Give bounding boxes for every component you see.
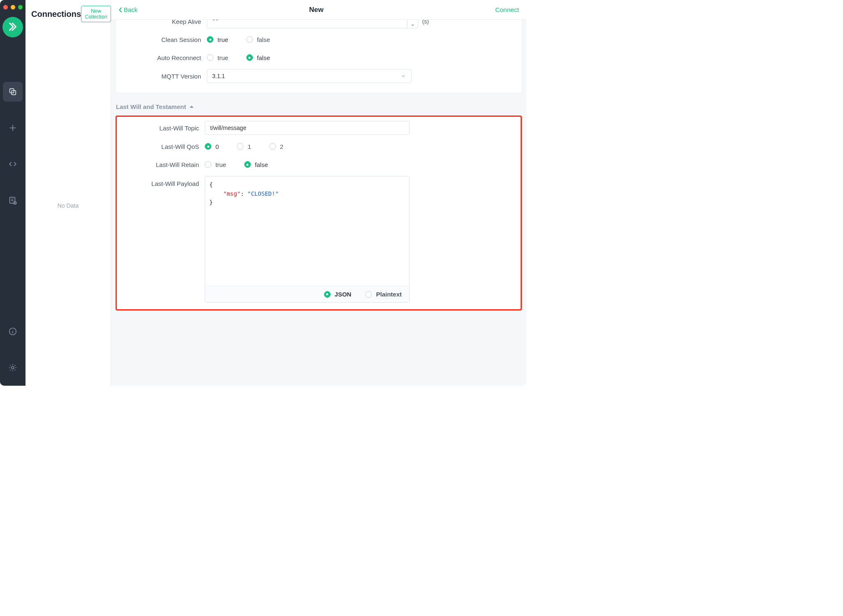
main-pane: Back New Connect Keep Alive 60 — [111, 0, 526, 386]
nav-scripts[interactable] — [3, 154, 23, 174]
payload-format-json[interactable]: JSON — [324, 291, 352, 298]
copy-icon — [8, 87, 17, 96]
chevron-down-icon — [401, 73, 406, 79]
side-pane: Connections New Collection No Data — [25, 0, 111, 386]
lwt-retain-radios: true false — [205, 161, 515, 168]
lwt-card: Last-Will Topic Last-Will QoS 0 1 2 — [115, 115, 522, 311]
form-scroll[interactable]: Keep Alive 60 (s) Clean Session — [111, 20, 526, 386]
auto-reconnect-true[interactable]: true — [207, 54, 228, 61]
code-icon — [8, 160, 17, 169]
nav-settings[interactable] — [3, 358, 23, 377]
payload-format-radios: JSON Plaintext — [205, 286, 409, 302]
nav-connections[interactable] — [3, 82, 23, 102]
label-keep-alive: Keep Alive — [125, 20, 207, 25]
lwt-qos-0[interactable]: 0 — [205, 143, 219, 150]
advanced-card: Keep Alive 60 (s) Clean Session — [115, 20, 522, 93]
mqtt-version-select[interactable]: 3.1.1 — [207, 69, 412, 83]
label-mqtt-version: MQTT Version — [125, 73, 207, 80]
auto-reconnect-radios: true false — [207, 54, 513, 61]
stepper[interactable] — [407, 20, 418, 28]
new-collection-button[interactable]: New Collection — [81, 6, 111, 22]
label-lwt-qos: Last-Will QoS — [123, 143, 205, 150]
lwt-retain-false[interactable]: false — [244, 161, 268, 168]
app-window: Connections New Collection No Data Back … — [0, 0, 526, 386]
nav-add[interactable] — [3, 118, 23, 138]
info-icon — [8, 327, 17, 336]
caret-up-icon — [189, 104, 194, 109]
step-down[interactable] — [408, 21, 418, 28]
gear-icon — [8, 363, 17, 372]
payload-format-plaintext[interactable]: Plaintext — [365, 291, 402, 298]
svg-point-5 — [12, 366, 14, 369]
nav-about[interactable] — [3, 322, 23, 341]
back-button[interactable]: Back — [118, 6, 137, 13]
nav-log[interactable] — [3, 190, 23, 210]
chevron-left-icon — [118, 7, 123, 13]
back-label: Back — [124, 6, 137, 13]
nav-rail — [0, 0, 25, 386]
window-zoom[interactable] — [18, 5, 23, 9]
label-lwt-topic: Last-Will Topic — [123, 125, 205, 132]
keep-alive-input[interactable]: 60 — [207, 20, 418, 28]
lwt-retain-true[interactable]: true — [205, 161, 226, 168]
label-clean-session: Clean Session — [125, 36, 207, 43]
label-lwt-retain: Last-Will Retain — [123, 161, 205, 168]
lwt-section-toggle[interactable]: Last Will and Testament — [116, 103, 521, 110]
connect-button[interactable]: Connect — [495, 6, 519, 14]
lwt-qos-1[interactable]: 1 — [237, 143, 251, 150]
auto-reconnect-false[interactable]: false — [246, 54, 270, 61]
clean-session-true[interactable]: true — [207, 36, 228, 43]
plus-icon — [8, 123, 17, 132]
lwt-qos-radios: 0 1 2 — [205, 143, 515, 150]
window-controls — [3, 3, 23, 17]
no-data-label: No Data — [25, 25, 111, 386]
window-close[interactable] — [3, 5, 8, 9]
window-minimize[interactable] — [11, 5, 15, 9]
lwt-topic-input[interactable] — [205, 121, 410, 135]
chevron-up-icon — [411, 20, 415, 20]
app-logo — [2, 17, 23, 37]
log-icon — [8, 196, 17, 205]
topbar: Back New Connect — [111, 0, 526, 20]
page-title: New — [309, 6, 324, 14]
lwt-qos-2[interactable]: 2 — [269, 143, 283, 150]
clean-session-false[interactable]: false — [246, 36, 270, 43]
lwt-payload-editor[interactable]: { "msg": "CLOSED!" } — [205, 176, 409, 286]
lwt-section-label: Last Will and Testament — [116, 103, 186, 110]
label-lwt-payload: Last-Will Payload — [123, 176, 205, 187]
clean-session-radios: true false — [207, 36, 513, 43]
svg-rect-2 — [10, 197, 15, 204]
highlight-frame: Last-Will Topic Last-Will QoS 0 1 2 — [116, 116, 522, 310]
side-title: Connections — [31, 9, 81, 19]
keep-alive-unit: (s) — [422, 20, 429, 25]
lwt-payload-box: { "msg": "CLOSED!" } JSON Plaintext — [205, 176, 410, 303]
label-auto-reconnect: Auto Reconnect — [125, 54, 207, 61]
chevron-down-icon — [411, 23, 415, 27]
